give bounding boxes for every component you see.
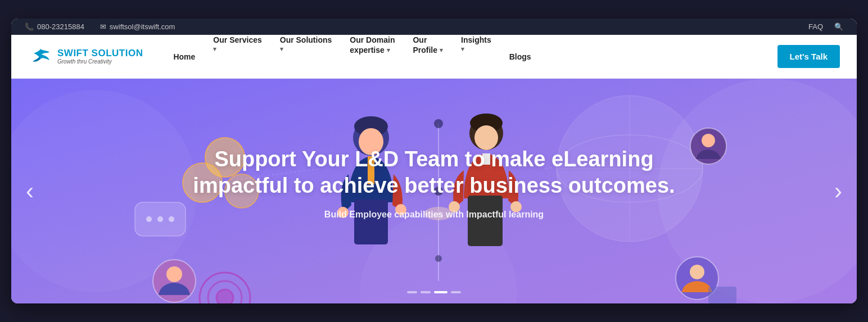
- email-contact: ✉ swiftsol@itswift.com: [100, 22, 175, 31]
- carousel-dot-4[interactable]: [451, 291, 461, 293]
- email-icon: ✉: [100, 22, 106, 31]
- carousel-dot-2[interactable]: [421, 291, 431, 293]
- insights-arrow: ▾: [461, 45, 464, 53]
- logo-text: SWIFT SOLUTION Growth thru Creativity: [57, 48, 143, 65]
- nav-our-profile[interactable]: Our Profile ▾: [405, 35, 451, 79]
- svg-rect-38: [708, 287, 736, 303]
- profile-arrow: ▾: [440, 46, 443, 54]
- carousel-prev-button[interactable]: ‹: [20, 172, 39, 210]
- svg-point-16: [434, 119, 443, 128]
- top-bar-left: 📞 080-23215884 ✉ swiftsol@itswift.com: [25, 22, 175, 31]
- carousel-dot-1[interactable]: [407, 291, 417, 293]
- brand-name: SWIFT SOLUTION: [57, 48, 143, 59]
- logo[interactable]: SWIFT SOLUTION Growth thru Creativity: [28, 44, 143, 69]
- svg-point-40: [702, 134, 715, 147]
- nav-our-services[interactable]: Our Services ▾: [205, 35, 269, 79]
- svg-point-35: [166, 266, 182, 282]
- carousel-dot-3[interactable]: [434, 291, 447, 293]
- carousel-dots: [407, 291, 461, 293]
- top-bar: 📞 080-23215884 ✉ swiftsol@itswift.com FA…: [11, 19, 857, 35]
- phone-number: 080-23215884: [37, 22, 84, 31]
- phone-icon: 📞: [25, 22, 34, 31]
- svg-point-45: [216, 289, 233, 303]
- svg-point-37: [690, 265, 704, 279]
- our-solutions-arrow: ▾: [280, 45, 283, 53]
- search-icon[interactable]: 🔍: [834, 22, 843, 31]
- email-address: swiftsol@itswift.com: [110, 22, 175, 31]
- nav-domain-expertise[interactable]: Our Domain expertise ▾: [342, 35, 403, 79]
- nav-links: Home Our Services ▾ Our Solutions ▾ Our …: [165, 35, 777, 79]
- nav-home[interactable]: Home: [165, 35, 203, 79]
- carousel-next-button[interactable]: ›: [829, 172, 848, 210]
- hero-headline: Support Your L&D Team to make eLearning …: [181, 146, 687, 199]
- phone-contact: 📞 080-23215884: [25, 22, 84, 31]
- nav-insights[interactable]: Insights ▾: [453, 35, 499, 79]
- logo-bird-icon: [28, 44, 53, 69]
- top-bar-right: FAQ 🔍: [808, 22, 843, 31]
- hero-section: Support Your L&D Team to make eLearning …: [11, 79, 857, 303]
- logo-tagline: Growth thru Creativity: [57, 58, 143, 65]
- svg-point-18: [435, 255, 442, 262]
- brand-part1: SWIFT: [57, 48, 92, 58]
- hero-content: Support Your L&D Team to make eLearning …: [136, 146, 732, 220]
- hero-subtext: Build Employee capabilities with Impactf…: [181, 210, 687, 220]
- lets-talk-button[interactable]: Let's Talk: [777, 45, 840, 68]
- nav-blogs[interactable]: Blogs: [501, 35, 539, 79]
- faq-link[interactable]: FAQ: [808, 22, 823, 31]
- our-services-arrow: ▾: [213, 45, 216, 53]
- nav-our-solutions[interactable]: Our Solutions ▾: [272, 35, 340, 79]
- brand-part2: SOLUTION: [92, 48, 143, 58]
- domain-arrow: ▾: [387, 46, 390, 54]
- browser-frame: 📞 080-23215884 ✉ swiftsol@itswift.com FA…: [11, 19, 857, 303]
- navbar: SWIFT SOLUTION Growth thru Creativity Ho…: [11, 35, 857, 79]
